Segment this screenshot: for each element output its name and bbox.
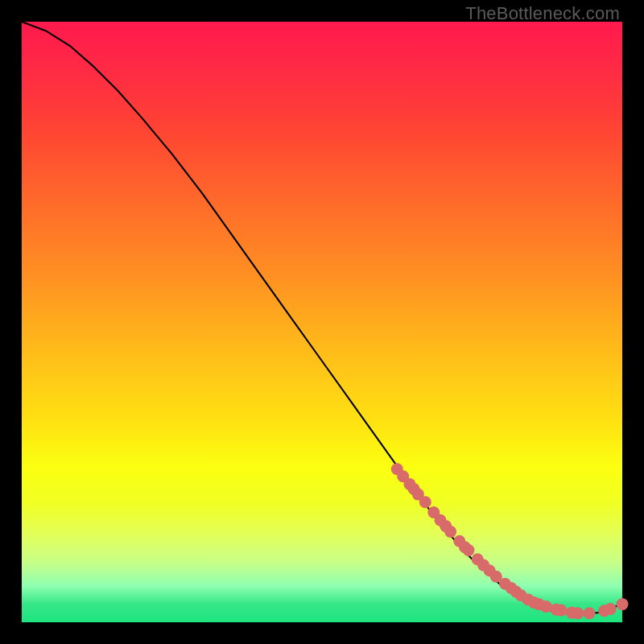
sample-point	[540, 601, 552, 613]
sample-point	[555, 605, 567, 617]
sample-point	[617, 598, 629, 610]
sample-points-group	[391, 463, 629, 619]
chart-overlay-svg	[22, 22, 622, 622]
sample-point	[605, 603, 617, 615]
watermark-text: TheBottleneck.com	[465, 3, 620, 24]
sample-point	[463, 544, 475, 556]
sample-point	[584, 607, 596, 619]
sample-point	[444, 526, 456, 538]
sample-point	[572, 607, 584, 619]
bottleneck-curve-line	[22, 22, 622, 614]
chart-stage: TheBottleneck.com	[0, 0, 644, 644]
sample-point	[419, 496, 431, 508]
